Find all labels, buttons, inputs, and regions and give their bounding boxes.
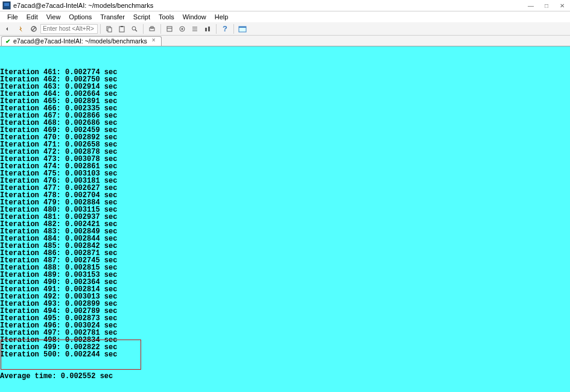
svg-rect-19 [205, 28, 207, 31]
menu-transfer[interactable]: Transfer [97, 12, 128, 22]
help-icon[interactable]: ? [219, 24, 231, 34]
svg-rect-12 [167, 27, 172, 31]
settings-icon[interactable] [176, 24, 188, 34]
session-tab[interactable]: ✔ e7acad@e7acad-IntelAI: ~/models/benchm… [1, 36, 162, 46]
minimize-button[interactable]: — [523, 1, 539, 11]
svg-line-9 [135, 30, 137, 31]
tab-label: e7acad@e7acad-IntelAI: ~/models/benchmar… [13, 37, 147, 45]
tab-close-icon[interactable]: × [150, 37, 157, 45]
svg-line-3 [32, 27, 36, 31]
menu-view[interactable]: View [43, 12, 65, 22]
svg-rect-1 [4, 3, 9, 6]
print-icon[interactable] [146, 24, 158, 34]
svg-rect-22 [239, 27, 246, 28]
toolbar-separator [100, 24, 101, 34]
svg-rect-7 [121, 26, 123, 27]
list-icon[interactable] [189, 24, 201, 34]
svg-rect-6 [119, 27, 124, 32]
menu-edit[interactable]: Edit [23, 12, 42, 22]
menu-script[interactable]: Script [130, 12, 154, 22]
svg-rect-5 [108, 28, 112, 32]
connected-check-icon: ✔ [5, 38, 10, 45]
app-icon [2, 1, 11, 10]
svg-rect-20 [208, 27, 210, 31]
terminal-output[interactable]: Iteration 461: 0.002774 secIteration 462… [0, 46, 570, 392]
close-button[interactable]: ✕ [554, 1, 570, 11]
titlebar: e7acad@e7acad-IntelAI: ~/models/benchmar… [0, 0, 570, 11]
toolbar-separator [160, 24, 161, 34]
tabbar: ✔ e7acad@e7acad-IntelAI: ~/models/benchm… [0, 36, 570, 46]
summary-avg-time: Average time: 0.002552 sec [0, 373, 570, 380]
reconnect-icon[interactable] [2, 24, 14, 34]
svg-point-15 [182, 28, 183, 30]
toggle-icon[interactable] [201, 24, 214, 34]
find-icon[interactable] [128, 24, 141, 34]
menu-help[interactable]: Help [211, 12, 232, 22]
maximize-button[interactable]: □ [539, 1, 554, 11]
properties-icon[interactable] [163, 24, 176, 34]
menu-options[interactable]: Options [65, 12, 95, 22]
disconnect-icon[interactable] [28, 24, 40, 34]
toolbar-separator [143, 24, 144, 34]
menubar: File Edit View Options Transfer Script T… [0, 11, 570, 22]
copy-icon[interactable] [103, 24, 115, 34]
toolbar: ? [0, 22, 570, 36]
iteration-line: Iteration 500: 0.002244 sec [0, 351, 570, 358]
menu-tools[interactable]: Tools [155, 12, 178, 22]
toolbar-separator [233, 24, 234, 34]
menu-file[interactable]: File [4, 12, 22, 22]
menu-window[interactable]: Window [179, 12, 210, 22]
host-input[interactable] [40, 24, 98, 34]
window-title: e7acad@e7acad-IntelAI: ~/models/benchmar… [13, 2, 153, 9]
window-buttons: — □ ✕ [523, 1, 570, 11]
new-session-icon[interactable] [236, 24, 249, 34]
toolbar-separator [216, 24, 217, 34]
quick-connect-icon[interactable] [15, 24, 27, 34]
paste-icon[interactable] [116, 24, 128, 34]
